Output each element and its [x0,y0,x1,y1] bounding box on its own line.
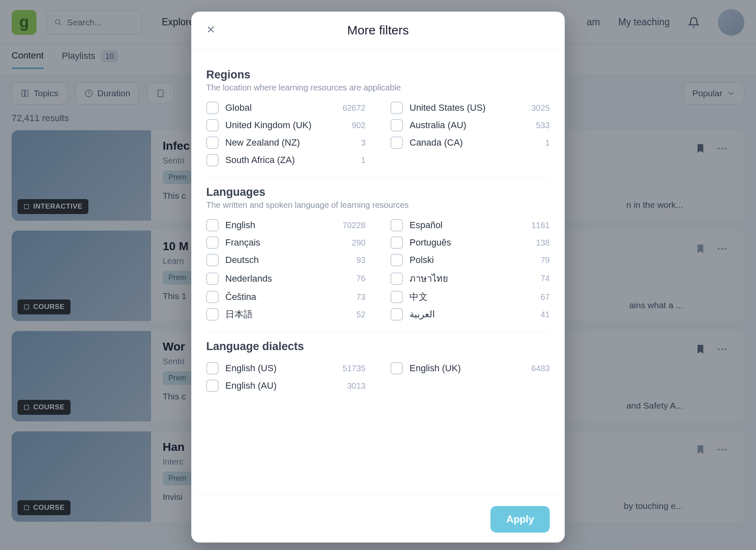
checkbox[interactable] [390,362,403,375]
filter-option[interactable]: Français 290 [206,236,366,249]
filter-option[interactable]: United States (US) 3025 [390,102,550,114]
filter-option[interactable]: New Zealand (NZ) 3 [206,136,366,149]
checkbox[interactable] [390,254,403,266]
checkbox[interactable] [390,273,403,285]
modal-close-button[interactable] [206,24,215,37]
filter-option[interactable]: Canada (CA) 1 [390,136,550,149]
filter-option[interactable]: English (US) 51735 [206,362,366,375]
checkbox[interactable] [206,154,219,166]
option-label: Deutsch [225,255,259,265]
filter-section: Language dialects English (US) 51735 Eng… [206,333,550,404]
modal-overlay[interactable]: More filters Regions The location where … [0,0,756,550]
section-title: Language dialects [206,340,550,353]
option-count: 51735 [342,364,366,373]
filter-section: Regions The location where learning reso… [206,61,550,178]
filter-option[interactable]: Deutsch 93 [206,254,366,266]
options-grid: Global 62672 United States (US) 3025 Uni… [206,102,550,166]
checkbox[interactable] [390,119,403,131]
option-count: 70228 [342,221,366,230]
option-count: 533 [536,121,550,130]
filter-option[interactable]: Español 1161 [390,219,550,231]
more-filters-modal: More filters Regions The location where … [191,12,565,543]
option-count: 76 [356,274,366,283]
filter-option[interactable]: United Kingdom (UK) 902 [206,119,366,131]
section-title: Regions [206,68,550,81]
option-label: العربية [410,309,435,320]
filter-option[interactable]: العربية 41 [390,308,550,321]
filter-option[interactable]: Nederlands 76 [206,271,366,286]
option-count: 1161 [532,221,550,230]
option-label: New Zealand (NZ) [225,137,300,148]
option-label: Australia (AU) [410,120,466,131]
checkbox[interactable] [206,219,219,231]
option-count: 290 [352,238,366,248]
option-label: Português [410,237,451,248]
checkbox[interactable] [206,291,219,303]
filter-option[interactable]: Polski 79 [390,254,550,266]
checkbox[interactable] [390,291,403,303]
option-count: 41 [541,310,550,319]
filter-option[interactable]: South Africa (ZA) 1 [206,154,366,166]
option-count: 3013 [347,381,366,391]
modal-body[interactable]: Regions The location where learning reso… [191,49,565,496]
checkbox[interactable] [390,102,403,114]
checkbox[interactable] [206,119,219,131]
apply-button[interactable]: Apply [490,506,550,533]
option-count: 93 [356,256,366,265]
filter-option[interactable]: English 70228 [206,219,366,231]
option-count: 73 [356,292,366,302]
filter-option[interactable]: ภาษาไทย 74 [390,271,550,286]
section-title: Languages [206,186,550,199]
option-label: English (AU) [225,380,276,391]
option-count: 138 [536,238,550,248]
option-label: Global [225,102,252,113]
option-count: 1 [361,156,366,165]
option-label: Polski [410,255,434,265]
checkbox[interactable] [206,236,219,249]
option-label: United Kingdom (UK) [225,120,312,131]
option-count: 74 [541,274,550,283]
filter-option[interactable]: English (UK) 6483 [390,362,550,375]
filter-option[interactable]: 日本語 52 [206,308,366,321]
option-label: United States (US) [410,102,485,113]
checkbox[interactable] [206,273,219,285]
option-count: 52 [356,310,366,319]
checkbox[interactable] [390,136,403,149]
option-label: ภาษาไทย [410,271,448,286]
option-label: Canada (CA) [410,137,463,148]
checkbox[interactable] [206,308,219,321]
section-subtitle: The location where learning resources ar… [206,83,550,92]
checkbox[interactable] [206,362,219,375]
option-count: 3025 [532,103,550,113]
filter-section: Languages The written and spoken languag… [206,178,550,333]
checkbox[interactable] [390,219,403,231]
option-label: Español [410,220,443,231]
filter-option[interactable]: English (AU) 3013 [206,380,366,392]
filter-option[interactable]: 中文 67 [390,291,550,303]
option-label: 日本語 [225,308,253,321]
checkbox[interactable] [206,136,219,149]
filter-option[interactable]: Australia (AU) 533 [390,119,550,131]
close-icon [206,25,215,34]
option-label: English (US) [225,363,276,374]
filter-option[interactable]: Global 62672 [206,102,366,114]
checkbox[interactable] [206,380,219,392]
option-label: Nederlands [225,273,272,284]
option-label: English [225,220,255,231]
checkbox[interactable] [206,102,219,114]
option-count: 902 [352,121,366,130]
options-grid: English (US) 51735 English (UK) 6483 Eng… [206,362,550,392]
option-count: 3 [361,138,366,148]
checkbox[interactable] [390,236,403,249]
checkbox[interactable] [206,254,219,266]
option-count: 6483 [532,364,550,373]
option-count: 62672 [342,103,366,113]
filter-option[interactable]: Čeština 73 [206,291,366,303]
option-label: Čeština [225,292,256,302]
modal-title: More filters [347,23,409,37]
section-subtitle: The written and spoken language of learn… [206,200,550,210]
option-label: South Africa (ZA) [225,155,295,165]
filter-option[interactable]: Português 138 [390,236,550,249]
checkbox[interactable] [390,308,403,321]
option-label: Français [225,237,260,248]
